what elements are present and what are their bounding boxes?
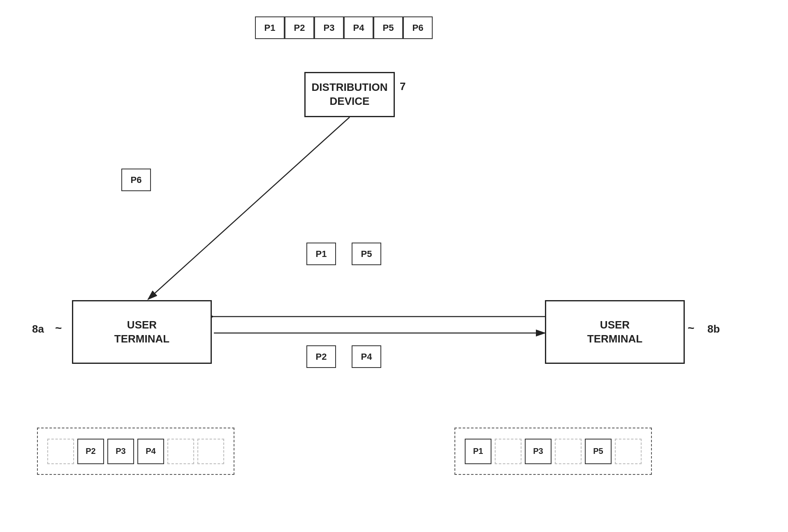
dashed-left-p2: P2 — [77, 439, 104, 464]
dashed-right-p1: P1 — [465, 439, 491, 464]
p2-float-box: P2 — [306, 345, 336, 368]
top-packet-p3: P3 — [314, 16, 344, 39]
dashed-left-slot-1 — [47, 439, 74, 464]
top-packet-p6: P6 — [403, 16, 433, 39]
p4-float-box: P4 — [352, 345, 381, 368]
user-terminal-a-tilde: ~ — [55, 322, 62, 335]
dashed-left-slot-5 — [167, 439, 194, 464]
p5-float-box: P5 — [352, 243, 381, 265]
user-terminal-b-label: USERTERMINAL — [587, 318, 642, 346]
user-terminal-a-box: USERTERMINAL — [72, 300, 212, 364]
dashed-left-p4: P4 — [137, 439, 164, 464]
top-packet-p2: P2 — [285, 16, 314, 39]
p6-float-box: P6 — [121, 169, 151, 191]
dashed-right-slot-2 — [495, 439, 521, 464]
user-terminal-b-ref: 8b — [707, 323, 720, 335]
distribution-device-ref: 7 — [400, 80, 406, 93]
dashed-right-slot-6 — [615, 439, 642, 464]
dashed-box-left: P2 P3 P4 — [37, 428, 234, 475]
distribution-device-box: DISTRIBUTIONDEVICE — [304, 72, 395, 117]
user-terminal-a-ref: 8a — [32, 323, 44, 335]
dist-to-terminal-a-line — [148, 117, 350, 299]
distribution-device-label: DISTRIBUTIONDEVICE — [312, 81, 388, 109]
top-packet-p4: P4 — [344, 16, 373, 39]
dashed-right-p3: P3 — [525, 439, 552, 464]
dashed-left-p3: P3 — [107, 439, 134, 464]
top-packet-p5: P5 — [373, 16, 403, 39]
dashed-right-slot-4 — [555, 439, 582, 464]
p1-float-box: P1 — [306, 243, 336, 265]
user-terminal-a-label: USERTERMINAL — [114, 318, 169, 346]
dashed-right-p5: P5 — [585, 439, 612, 464]
user-terminal-b-box: USERTERMINAL — [545, 300, 685, 364]
user-terminal-b-tilde: ~ — [688, 322, 694, 335]
diagram-container: P1 P2 P3 P4 P5 P6 DISTRIBUTIONDEVICE 7 P… — [0, 0, 788, 532]
top-packet-p1: P1 — [255, 16, 285, 39]
dashed-left-slot-6 — [197, 439, 224, 464]
dashed-box-right: P1 P3 P5 — [454, 428, 652, 475]
